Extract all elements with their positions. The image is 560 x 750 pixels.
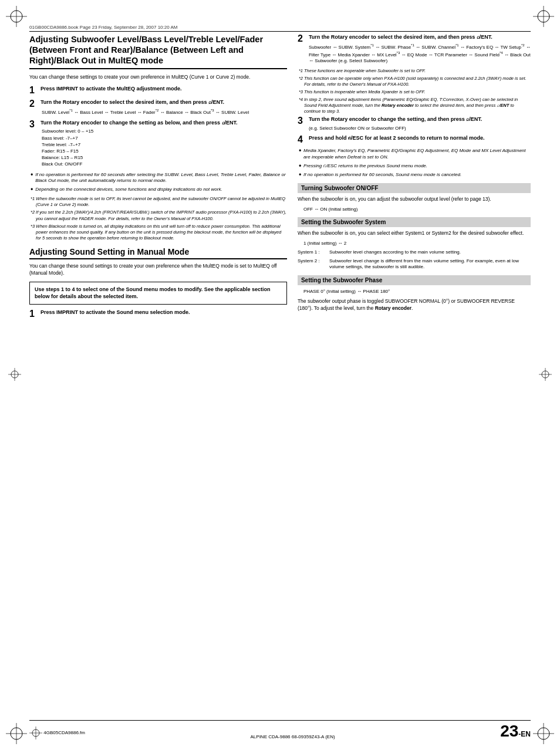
step-1-title: Press IMPRINT to activate the MultEQ adj… <box>41 86 287 93</box>
step-3-number: 3 <box>29 120 38 168</box>
right-footnote-4: *4 In step 2, three sound adjustment ite… <box>299 97 531 114</box>
list-item-bass: Bass level: -7–+7 <box>42 135 287 141</box>
corner-mark-bl <box>6 723 27 744</box>
right-step-3-content: Turn the Rotary encoder to change the se… <box>309 116 531 131</box>
main-heading: Adjusting Subwoofer Level/Bass Level/Tre… <box>29 34 287 69</box>
right-step-2-title: Turn the Rotary encoder to select the de… <box>309 34 531 41</box>
right-step-2-body: Subwoofer ↔ SUBW. System*1 ↔ SUBW. Phase… <box>309 43 531 65</box>
list-item-treble: Treble level: -7–+7 <box>42 141 287 148</box>
second-step-1: 1 Press IMPRINT to activate the Sound me… <box>29 309 287 319</box>
right-bullet-text-1: Media Xpander, Factory's EQ, Parametric … <box>303 148 531 161</box>
step-2-number: 2 <box>29 99 38 116</box>
bullet-dot-1: • <box>31 171 33 185</box>
footnote-3-text: When Blackout mode is turned on, all dis… <box>36 224 287 241</box>
subsection-heading-2: Setting the Subwoofer System <box>298 217 531 227</box>
left-column: Adjusting Subwoofer Level/Bass Level/Tre… <box>29 34 287 323</box>
two-column-layout: Adjusting Subwoofer Level/Bass Level/Tre… <box>29 34 531 323</box>
system-descriptions: System 1 : Subwoofer level changes accor… <box>298 249 531 271</box>
header-bar: 01GB00CDA9886.book Page 23 Friday, Septe… <box>29 25 531 32</box>
section-intro: You can change these settings to create … <box>29 74 287 81</box>
step-1: 1 Press IMPRINT to activate the MultEQ a… <box>29 86 287 95</box>
footer: 4GB05CDA9886.fm ALPINE CDA-9886 68-09359… <box>29 720 531 739</box>
step-1-number: 1 <box>29 86 38 95</box>
second-step-1-title: Press IMPRINT to activate the Sound menu… <box>41 309 287 316</box>
right-bullet-3: • If no operation is performed for 60 se… <box>299 172 531 178</box>
right-bullet-dot-2: • <box>299 163 301 170</box>
side-mark-right <box>539 368 552 382</box>
system-1-desc: Subwoofer level changes according to the… <box>329 249 461 256</box>
right-step-2-number: 2 <box>298 34 306 65</box>
page: 01GB00CDA9886.book Page 23 Friday, Septe… <box>0 0 560 750</box>
subsection-heading-1: Turning Subwoofer ON/OFF <box>298 183 531 193</box>
system-2-desc: Subwoofer level change is different from… <box>329 258 531 271</box>
box-notice: Use steps 1 to 4 to select one of the So… <box>29 282 287 305</box>
corner-mark-tl <box>6 6 27 27</box>
step-3-content: Turn the Rotary encoder to change the se… <box>41 120 287 168</box>
second-step-1-number: 1 <box>29 309 38 319</box>
footnote-3-marker: *3 <box>31 224 35 241</box>
footnote-2-text: If you set the 2.2ch (3WAY)/4.2ch (FRONT… <box>36 210 287 221</box>
corner-mark-tr <box>533 6 554 27</box>
step-3-list: Subwoofer level: 0 – +15 Bass level: -7–… <box>42 128 287 167</box>
footnotes: *1 When the subwoofer mode is set to OFF… <box>31 196 287 241</box>
right-fn2-text: This function can be operable only when … <box>304 76 531 87</box>
subsection-1-body: OFF ↔ ON (Initial setting) <box>303 206 531 213</box>
right-step-2: 2 Turn the Rotary encoder to select the … <box>298 34 531 65</box>
subsection-2-setting: 1 (Initial setting) ↔ 2 <box>303 240 531 247</box>
right-step-4-title: Press and hold ⎌/ESC for at least 2 seco… <box>309 135 531 142</box>
footnote-3: *3 When Blackout mode is turned on, all … <box>31 224 287 241</box>
right-column: 2 Turn the Rotary encoder to select the … <box>298 34 531 323</box>
second-step-1-content: Press IMPRINT to activate the Sound menu… <box>41 309 287 319</box>
right-bullet-section: • Media Xpander, Factory's EQ, Parametri… <box>299 148 531 178</box>
footer-fm-file: 4GB05CDA9886.fm <box>29 727 85 739</box>
right-footnote-2: *2 This function can be operable only wh… <box>299 76 531 87</box>
system-1-label: System 1 : <box>298 249 327 256</box>
right-step-3: 3 Turn the Rotary encoder to change the … <box>298 116 531 131</box>
footnote-1-text: When the subwoofer mode is set to OFF, i… <box>36 196 287 208</box>
right-fn3-marker: *3 <box>299 89 303 95</box>
subsection-heading-3: Setting the Subwoofer Phase <box>298 275 531 285</box>
bullet-dot-2: • <box>31 186 33 193</box>
footnote-2-marker: *2 <box>31 210 35 221</box>
step-2-content: Turn the Rotary encoder to select the de… <box>41 99 287 116</box>
right-bullet-dot-3: • <box>299 171 301 178</box>
subsection-3-body: The subwoofer output phase is toggled SU… <box>298 298 531 312</box>
side-mark-left <box>8 368 21 382</box>
right-step-3-title: Turn the Rotary encoder to change the se… <box>309 116 531 123</box>
right-footnote-3: *3 This function is inoperable when Medi… <box>299 89 531 95</box>
right-bullet-dot-1: • <box>299 147 301 161</box>
step-3-title: Turn the Rotary encoder to change the se… <box>41 120 287 127</box>
right-fn1-text: These functions are inoperable when Subw… <box>304 68 426 74</box>
right-step-3-body: (e.g. Select Subwoofer ON or Subwoofer O… <box>309 125 531 131</box>
right-fn2-marker: *2 <box>299 76 303 87</box>
right-step-4-number: 4 <box>298 135 306 144</box>
bullet-item-2: • Depending on the connected devices, so… <box>31 187 287 193</box>
right-fn3-text: This function is inoperable when Media X… <box>304 89 425 95</box>
right-bullet-2: • Pressing ⎌/ESC returns to the previous… <box>299 163 531 170</box>
subsection-2-intro: When the subwoofer is on, you can select… <box>298 230 531 237</box>
list-item-fader: Fader: R15 – F15 <box>42 148 287 154</box>
corner-mark-br <box>533 723 554 744</box>
step-2-body: SUBW. Level*1 ↔ Bass Level ↔ Treble Leve… <box>42 108 287 116</box>
right-bullet-text-2: Pressing ⎌/ESC returns to the previous S… <box>303 163 427 170</box>
step-3: 3 Turn the Rotary encoder to change the … <box>29 120 287 168</box>
page-number: 23 <box>500 722 518 740</box>
bullet-section: • If no operation is performed for 60 se… <box>31 172 287 194</box>
list-item-subwoofer: Subwoofer level: 0 – +15 <box>42 128 287 134</box>
second-section-intro: You can change these sound settings to c… <box>29 263 287 277</box>
system-1-row: System 1 : Subwoofer level changes accor… <box>298 249 531 256</box>
right-fn4-marker: *4 <box>299 97 303 114</box>
footnote-1-marker: *1 <box>31 196 35 208</box>
right-footnotes-top: *1 These functions are inoperable when S… <box>299 68 531 115</box>
list-item-blackout: Black Out: ON/OFF <box>42 161 287 167</box>
right-bullet-text-3: If no operation is performed for 60 seco… <box>303 172 461 178</box>
page-number-suffix: -EN <box>518 730 531 738</box>
footer-model-info: ALPINE CDA-9886 68-09359Z43-A (EN) <box>251 734 335 739</box>
footnote-2: *2 If you set the 2.2ch (3WAY)/4.2ch (FR… <box>31 210 287 221</box>
system-2-label: System 2 : <box>298 258 327 271</box>
right-bullet-1: • Media Xpander, Factory's EQ, Parametri… <box>299 148 531 161</box>
system-2-row: System 2 : Subwoofer level change is dif… <box>298 258 531 271</box>
page-number-block: 23-EN <box>500 723 531 739</box>
right-step-3-number: 3 <box>298 116 306 131</box>
footnote-1: *1 When the subwoofer mode is set to OFF… <box>31 196 287 208</box>
